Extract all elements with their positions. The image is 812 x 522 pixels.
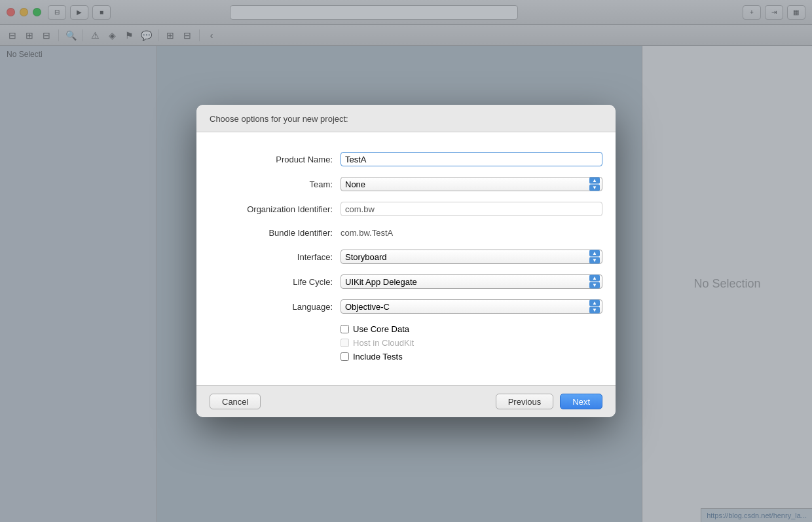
org-identifier-field xyxy=(341,202,602,216)
bundle-identifier-label: Bundle Identifier: xyxy=(210,228,341,238)
team-select-wrapper: None ▲ ▼ xyxy=(341,177,602,191)
include-tests-row: Include Tests xyxy=(210,352,602,362)
lifecycle-field: UIKit App Delegate ▲ ▼ xyxy=(341,274,602,289)
product-name-row: Product Name: xyxy=(210,152,602,166)
interface-field: Storyboard ▲ ▼ xyxy=(341,250,602,264)
host-in-cloudkit-row: Host in CloudKit xyxy=(210,338,602,348)
modal-overlay: Choose options for your new project: Pro… xyxy=(0,0,812,522)
lifecycle-label: Life Cycle: xyxy=(210,277,341,287)
product-name-input[interactable] xyxy=(341,152,602,166)
host-in-cloudkit-label: Host in CloudKit xyxy=(341,338,414,348)
team-field: None ▲ ▼ xyxy=(341,177,602,191)
language-label: Language: xyxy=(210,302,341,312)
product-name-label: Product Name: xyxy=(210,155,341,164)
language-row: Language: Objective-C ▲ ▼ xyxy=(210,299,602,314)
include-tests-label[interactable]: Include Tests xyxy=(341,352,403,362)
next-button[interactable]: Next xyxy=(560,394,602,409)
footer-right: Previous Next xyxy=(496,394,602,409)
interface-select[interactable]: Storyboard xyxy=(341,250,602,264)
bundle-identifier-row: Bundle Identifier: com.bw.TestA xyxy=(210,227,602,239)
use-core-data-label[interactable]: Use Core Data xyxy=(341,324,409,334)
team-select[interactable]: None xyxy=(341,177,602,191)
host-in-cloudkit-checkbox[interactable] xyxy=(341,339,349,347)
use-core-data-row: Use Core Data xyxy=(210,324,602,334)
lifecycle-row: Life Cycle: UIKit App Delegate ▲ ▼ xyxy=(210,274,602,289)
bundle-identifier-value: com.bw.TestA xyxy=(341,227,602,239)
language-select[interactable]: Objective-C xyxy=(341,299,602,314)
interface-select-wrapper: Storyboard ▲ ▼ xyxy=(341,250,602,264)
bundle-identifier-field: com.bw.TestA xyxy=(341,227,602,239)
interface-row: Interface: Storyboard ▲ ▼ xyxy=(210,250,602,264)
product-name-field xyxy=(341,152,602,166)
language-select-wrapper: Objective-C ▲ ▼ xyxy=(341,299,602,314)
modal-header: Choose options for your new project: xyxy=(196,105,616,132)
new-project-modal: Choose options for your new project: Pro… xyxy=(196,105,616,417)
org-identifier-label: Organization Identifier: xyxy=(210,204,341,214)
modal-title: Choose options for your new project: xyxy=(210,114,602,124)
org-identifier-input[interactable] xyxy=(341,202,602,216)
lifecycle-select-wrapper: UIKit App Delegate ▲ ▼ xyxy=(341,274,602,289)
org-identifier-row: Organization Identifier: xyxy=(210,202,602,216)
team-row: Team: None ▲ ▼ xyxy=(210,177,602,191)
team-label: Team: xyxy=(210,179,341,189)
modal-body: Product Name: Team: None ▲ ▼ xyxy=(196,132,616,385)
modal-footer: Cancel Previous Next xyxy=(196,385,616,417)
lifecycle-select[interactable]: UIKit App Delegate xyxy=(341,274,602,289)
use-core-data-checkbox[interactable] xyxy=(341,325,349,333)
cancel-button[interactable]: Cancel xyxy=(210,394,261,409)
include-tests-checkbox[interactable] xyxy=(341,352,349,361)
language-field: Objective-C ▲ ▼ xyxy=(341,299,602,314)
previous-button[interactable]: Previous xyxy=(496,394,554,409)
interface-label: Interface: xyxy=(210,252,341,262)
